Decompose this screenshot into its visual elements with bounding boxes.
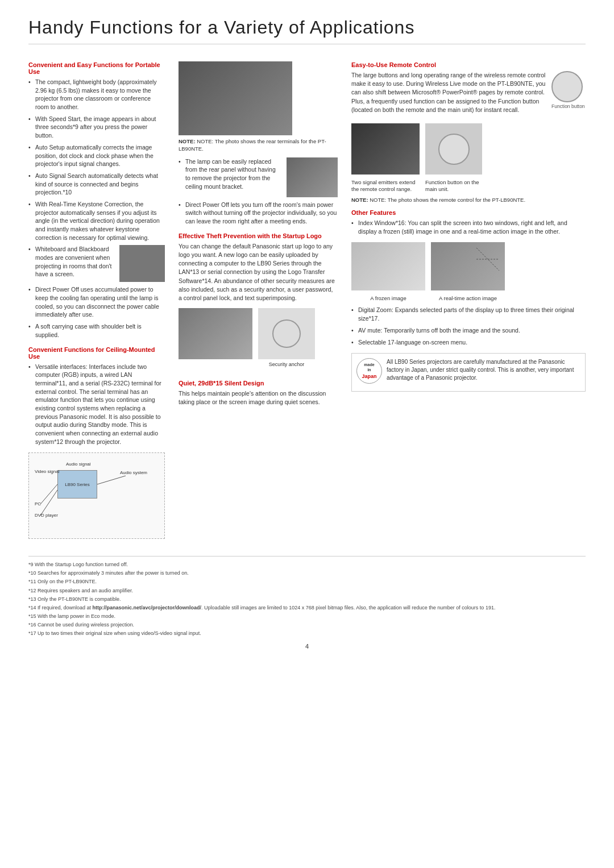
security-images-area: Security anchor <box>179 308 338 373</box>
note-rear: NOTE: NOTE: The photo shows the rear ter… <box>179 138 338 153</box>
list-item: With Real-Time Keystone Correction, the … <box>28 200 165 242</box>
left-column: Convenient and Easy Functions for Portab… <box>28 61 165 545</box>
caption-row: Two signal emitters extend the remote co… <box>351 179 586 193</box>
lamp-text: The lamp can be easily replaced from the… <box>185 157 282 191</box>
pc-label: PC <box>35 501 41 506</box>
remote-circle-icon <box>438 134 470 165</box>
footnotes-section: *9 With the Startup Logo function turned… <box>28 556 586 637</box>
footnote-link[interactable]: http://panasonic.net/avc/projector/downl… <box>93 605 202 610</box>
other-features-title: Other Features <box>351 209 586 216</box>
other-features-bullets: Index Window*16: You can split the scree… <box>351 219 586 235</box>
function-button-circle <box>551 71 583 102</box>
footnote-11: *11 Only on the PT-LB90NTE. <box>28 578 586 585</box>
frozen-image <box>351 242 425 290</box>
footnote-17: *17 Up to two times their original size … <box>28 630 586 637</box>
right-column: Easy-to-Use Remote Control The large but… <box>351 61 586 545</box>
list-item: Digital Zoom: Expands selected parts of … <box>351 306 586 322</box>
middle-column: NOTE: NOTE: The photo shows the rear ter… <box>179 61 338 545</box>
list-item: Auto Setup automatically corrects the im… <box>28 143 165 168</box>
svg-line-2 <box>97 476 126 484</box>
remote-section-content: The large buttons and long operating ran… <box>351 71 586 119</box>
list-item: Whiteboard and Blackboard modes are conv… <box>28 245 165 282</box>
remote-image <box>425 123 482 175</box>
badge-line2: in <box>367 367 371 373</box>
list-item: Selectable 17-language on-screen menu. <box>351 338 586 347</box>
footnote-14: *14 If required, download at http://pana… <box>28 604 586 612</box>
footnote-13: *13 Only the PT-LB90NTE is compatible. <box>28 596 586 603</box>
projector-photo <box>351 123 420 175</box>
dvd-label: DVD player <box>35 513 58 518</box>
quiet-section-title: Quiet, 29dB*15 Silent Design <box>179 380 338 387</box>
anchor-circle <box>272 319 301 348</box>
list-item: The lamp can be easily replaced from the… <box>179 157 338 197</box>
japan-badge: made in Japan <box>356 358 382 384</box>
footnote-15: *15 With the lamp power in Eco mode. <box>28 613 586 620</box>
quiet-text: This helps maintain people's attention o… <box>179 389 338 406</box>
projector-image <box>351 123 420 175</box>
frozen-captions: A frozen image A real-time action image <box>351 295 586 301</box>
realtime-caption: A real-time action image <box>431 295 505 301</box>
remote-section-title: Easy-to-Use Remote Control <box>351 61 586 68</box>
section2-bullets: Versatile interfaces: Interfaces include… <box>28 363 165 446</box>
footnote-12: *12 Requires speakers and an audio ampli… <box>28 587 586 595</box>
list-item: Direct Power Off lets you turn off the r… <box>179 201 338 226</box>
diagram-image-area: LB90 Series Video signal Audio signal <box>35 459 154 533</box>
connection-diagram: LB90 Series Video signal Audio signal <box>28 452 165 539</box>
list-item: The compact, lightweight body (approxima… <box>28 78 165 111</box>
list-item: Versatile interfaces: Interfaces include… <box>28 363 165 446</box>
remote-photo <box>425 123 482 175</box>
section1-title: Convenient and Easy Functions for Portab… <box>28 61 165 75</box>
theft-section-title: Effective Theft Prevention with the Star… <box>179 232 338 239</box>
footnote-10: *10 Searches for approximately 3 minutes… <box>28 570 586 577</box>
list-item: A soft carrying case with shoulder belt … <box>28 322 165 339</box>
other-features-rest: Digital Zoom: Expands selected parts of … <box>351 306 586 346</box>
list-item: Auto Signal Search automatically detects… <box>28 172 165 197</box>
whiteboard-image <box>119 245 165 282</box>
list-item: Index Window*16: You can split the scree… <box>351 219 586 235</box>
ceiling-mount-image <box>287 157 338 197</box>
page-number: 4 <box>28 643 586 650</box>
made-in-japan-box: made in Japan All LB90 Series projectors… <box>351 353 586 392</box>
note-remote: NOTE: NOTE: The photo shows the remote c… <box>351 196 586 203</box>
badge-line1: made <box>364 362 374 368</box>
page-title: Handy Functions for a Variety of Applica… <box>28 17 586 44</box>
list-item: AV mute: Temporarily turns off both the … <box>351 326 586 335</box>
list-item: Direct Power Off uses accumulated power … <box>28 285 165 319</box>
remote-side-area: Function button <box>551 71 586 109</box>
theft-text: You can change the default Panasonic sta… <box>179 242 338 303</box>
made-in-japan-text: All LB90 Series projectors are carefully… <box>387 358 580 382</box>
remote-text: The large buttons and long operating ran… <box>351 71 547 114</box>
emitters-caption: Two signal emitters extend the remote co… <box>351 179 420 193</box>
function-btn-caption: Function button on the main unit. <box>425 179 482 193</box>
security-classroom-image <box>179 308 252 359</box>
rear-terminals-image <box>179 61 292 135</box>
section1-bullets: The compact, lightweight body (approxima… <box>28 78 165 339</box>
frozen-caption: A frozen image <box>351 295 425 301</box>
footnote-16: *16 Cannot be used during wireless proje… <box>28 621 586 629</box>
audio-system-label: Audio system <box>120 470 154 475</box>
section2-title: Convenient Functions for Ceiling-Mounted… <box>28 346 165 360</box>
realtime-image <box>431 242 505 290</box>
whiteboard-text: Whiteboard and Blackboard modes are conv… <box>35 245 115 279</box>
frozen-images-area <box>351 242 586 290</box>
security-anchor-image <box>258 308 315 359</box>
function-button-label: Function button <box>551 103 603 109</box>
function-button-area: Function button <box>551 71 586 109</box>
dashed-lines <box>476 248 499 271</box>
anchor-label: Security anchor <box>258 361 315 368</box>
list-item: With Speed Start, the image appears in a… <box>28 115 165 140</box>
projector-remote-images <box>351 123 586 175</box>
badge-line3: Japan <box>362 373 376 380</box>
middle-bullets: The lamp can be easily replaced from the… <box>179 157 338 226</box>
footnote-9: *9 With the Startup Logo function turned… <box>28 561 586 568</box>
